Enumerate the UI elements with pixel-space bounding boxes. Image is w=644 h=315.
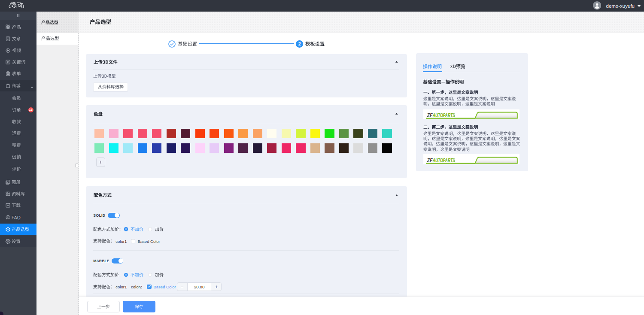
- svg-text:ZF: ZF: [427, 157, 433, 164]
- svg-text:ZF: ZF: [427, 112, 433, 118]
- svg-text:AUTOPARTS: AUTOPARTS: [432, 112, 455, 118]
- svg-text:AUTOPARTS: AUTOPARTS: [432, 157, 455, 164]
